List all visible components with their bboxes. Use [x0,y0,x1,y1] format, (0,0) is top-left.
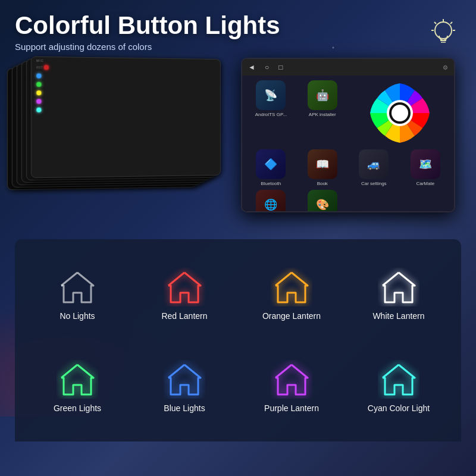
device-area: MIC RST MIC [15,58,461,236]
svg-line-15 [383,273,399,286]
color-wheel-svg [367,80,433,146]
header: Colorful Button Lights Support adjusting… [15,12,461,52]
svg-line-16 [61,365,77,378]
tablet-stack: MIC RST MIC [9,58,247,218]
house-red-icon [164,268,205,306]
app-book[interactable]: 📖 Book [299,149,347,186]
app-book-icon: 📖 [308,149,337,179]
light-option-none[interactable]: No Lights [27,268,128,321]
light-option-blue[interactable]: Blue Lights [134,360,235,413]
svg-line-14 [275,273,292,286]
app-gps[interactable]: 📡 AndroITS GP... [247,80,295,146]
house-green-icon [57,360,98,399]
page-subtitle: Support adjusting dozens of colors [15,42,280,52]
device-topbar: ◄ ○ □ ⚙ [242,59,454,76]
house-purple-icon [271,360,312,399]
app-apk[interactable]: 🤖 APK installer [299,80,347,146]
house-cyan-icon [378,360,419,399]
light-option-white[interactable]: White Lantern [348,268,449,321]
home-icon: ○ [265,63,269,71]
light-purple-label: Purple Lantern [264,403,319,413]
recents-icon: □ [278,63,283,71]
house-none-icon [57,268,98,306]
light-blue-label: Blue Lights [164,403,205,413]
header-text: Colorful Button Lights Support adjusting… [15,12,280,52]
house-white-icon [378,268,419,306]
app-bluetooth[interactable]: 🔷 Bluetooth [247,149,295,186]
app-color-icon: 🎨 [308,190,337,212]
svg-line-18 [275,365,292,378]
bulb-icon [425,15,461,51]
app-chrome[interactable]: 🌐 Chrome [247,190,295,212]
light-option-orange[interactable]: Orange Lantern [241,268,342,321]
app-gps-label: AndroITS GP... [255,112,287,117]
app-car-label: Car settings [361,181,387,186]
app-car-icon: 🚙 [359,149,389,179]
light-orange-label: Orange Lantern [262,311,321,321]
tablet-front: MIC RST [31,57,221,178]
svg-line-17 [168,365,184,378]
svg-line-19 [383,365,399,378]
device-screen: ◄ ○ □ ⚙ 📡 AndroITS GP... 🤖 APK installer [242,59,454,211]
light-option-purple[interactable]: Purple Lantern [241,360,342,413]
svg-line-12 [61,273,77,286]
app-bt-icon: 🔷 [256,149,286,179]
svg-point-11 [392,105,408,121]
app-book-label: Book [317,181,328,186]
svg-point-0 [435,22,452,39]
svg-line-13 [168,273,184,286]
app-gps-icon: 📡 [256,80,286,110]
app-apk-icon: 🤖 [308,80,337,110]
light-cyan-label: Cyan Color Light [368,403,430,413]
light-red-label: Red Lantern [161,311,207,321]
app-bt-label: Bluetooth [261,181,281,186]
back-icon: ◄ [248,63,255,71]
svg-line-4 [450,22,452,24]
main-device: ◄ ○ □ ⚙ 📡 AndroITS GP... 🤖 APK installer [241,58,455,212]
light-option-green[interactable]: Green Lights [27,360,128,413]
app-chrome-icon: 🌐 [256,190,286,212]
app-grid: 📡 AndroITS GP... 🤖 APK installer [242,76,454,212]
app-car-settings[interactable]: 🚙 Car settings [350,149,398,186]
house-orange-icon [271,268,312,306]
light-none-label: No Lights [60,311,95,321]
house-blue-icon [164,360,205,399]
light-white-label: White Lantern [372,311,424,321]
app-carmate-label: CarMate [416,181,434,186]
screenshot-icon: ⚙ [443,64,448,71]
page-title: Colorful Button Lights [15,12,280,39]
svg-line-6 [434,22,436,24]
app-carmate[interactable]: 🗺️ CarMate [402,149,450,186]
light-option-cyan[interactable]: Cyan Color Light [348,360,449,413]
app-color[interactable]: 🎨 Color [299,190,347,212]
app-apk-label: APK installer [309,112,336,117]
light-option-red[interactable]: Red Lantern [134,268,235,321]
color-wheel-container[interactable] [350,80,449,146]
bottom-panel: No Lights Red Lantern Orange Lantern Whi… [15,239,461,441]
light-green-label: Green Lights [54,403,101,413]
app-carmate-icon: 🗺️ [411,149,440,179]
